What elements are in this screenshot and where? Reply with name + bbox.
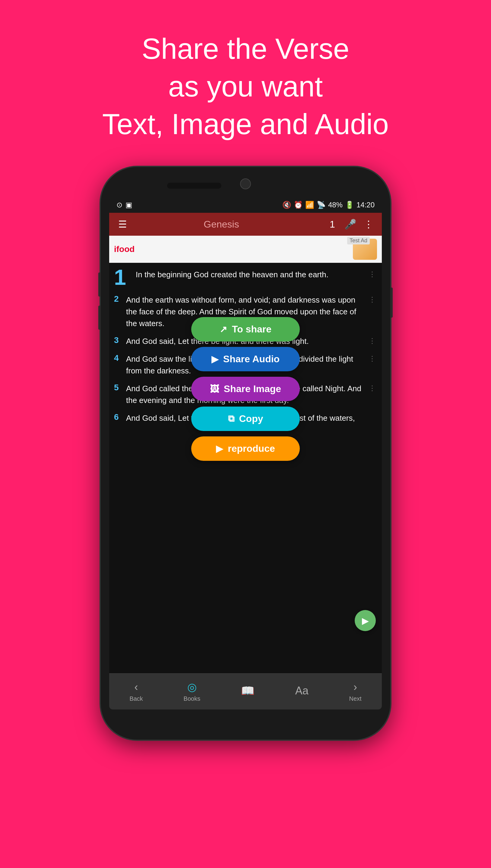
share-audio-label: Share Audio: [223, 353, 280, 365]
status-bar: ⊙ ▣ 🔇 ⏰ 📶 📡 48% 🔋 14:20: [109, 197, 382, 213]
verse-number-1: 1: [114, 267, 132, 288]
share-image-label: Share Image: [224, 383, 281, 395]
hero-line3: Text, Image and Audio: [102, 105, 389, 143]
nav-item-books[interactable]: ◎ Books: [184, 681, 201, 702]
nav-item-bible[interactable]: 📖: [241, 684, 255, 699]
copy-label: Copy: [239, 413, 263, 424]
to-share-icon: ↗: [220, 324, 227, 335]
more-icon[interactable]: ⋮: [363, 218, 375, 230]
status-left: ⊙ ▣: [116, 201, 133, 209]
ifood-logo: ifood: [114, 244, 135, 254]
bible-content: 1 In the beginning God created the heave…: [109, 263, 382, 673]
alarm-icon: ⏰: [294, 201, 303, 209]
verse-number-4: 4: [114, 353, 122, 363]
verse-menu-4[interactable]: ⋮: [367, 353, 377, 364]
verse-text-1: In the beginning God created the heaven …: [136, 269, 364, 281]
bible-icon: 📖: [241, 684, 255, 697]
phone-speaker: [167, 183, 221, 189]
fab-container: ↗ To share ▶ Share Audio 🖼 Share Image ⧉…: [191, 317, 300, 461]
reproduce-label: reproduce: [228, 443, 275, 454]
wifi-icon: 📶: [305, 201, 314, 209]
app-toolbar: ☰ Genesis 1 🎤 ⋮: [109, 213, 382, 236]
to-share-button[interactable]: ↗ To share: [191, 317, 300, 341]
verse-number-5: 5: [114, 383, 122, 393]
ad-banner: ifood Test Ad: [109, 236, 382, 263]
share-audio-button[interactable]: ▶ Share Audio: [191, 347, 300, 371]
chapter-number[interactable]: 1: [326, 219, 338, 230]
play-fab[interactable]: ▶: [355, 610, 376, 631]
next-icon: ›: [353, 681, 357, 693]
books-icon: ◎: [187, 681, 197, 693]
verse-menu-1[interactable]: ⋮: [367, 269, 377, 280]
verse-number-3: 3: [114, 336, 122, 345]
nav-item-next[interactable]: › Next: [349, 681, 361, 702]
verse-number-6: 6: [114, 412, 122, 422]
front-camera: [240, 179, 251, 189]
toolbar-title: Genesis: [122, 219, 320, 230]
hero-line1: Share the Verse: [102, 30, 389, 68]
side-button-vol-up[interactable]: [98, 273, 101, 297]
mic-icon[interactable]: 🎤: [344, 218, 356, 230]
status-icon-1: ⊙: [116, 201, 122, 209]
to-share-label: To share: [232, 324, 271, 335]
verse-menu-3[interactable]: ⋮: [367, 336, 377, 346]
copy-icon: ⧉: [228, 413, 234, 424]
battery-icon: 🔋: [345, 201, 354, 209]
share-audio-icon: ▶: [211, 354, 219, 364]
verse-menu-5[interactable]: ⋮: [367, 383, 377, 394]
books-label: Books: [184, 695, 201, 702]
phone-wrapper: ⊙ ▣ 🔇 ⏰ 📶 📡 48% 🔋 14:20 ☰ Genesis 1 🎤 ⋮ …: [101, 167, 390, 740]
mute-icon: 🔇: [282, 201, 291, 209]
verse-row-1: 1 In the beginning God created the heave…: [114, 269, 377, 288]
copy-button[interactable]: ⧉ Copy: [191, 407, 300, 431]
verse-menu-2[interactable]: ⋮: [367, 294, 377, 305]
phone-screen: ⊙ ▣ 🔇 ⏰ 📶 📡 48% 🔋 14:20 ☰ Genesis 1 🎤 ⋮ …: [109, 197, 382, 710]
status-right: 🔇 ⏰ 📶 📡 48% 🔋 14:20: [282, 201, 375, 209]
bottom-nav: ‹ Back ◎ Books 📖 Aa › Next: [109, 673, 382, 710]
battery-pct: 48%: [328, 201, 343, 209]
side-button-vol-down[interactable]: [98, 306, 101, 330]
share-image-icon: 🖼: [210, 384, 219, 394]
status-icon-2: ▣: [125, 201, 133, 209]
reproduce-button[interactable]: ▶ reproduce: [191, 436, 300, 461]
share-image-button[interactable]: 🖼 Share Image: [191, 377, 300, 401]
clock: 14:20: [356, 201, 375, 209]
back-label: Back: [129, 695, 143, 702]
font-icon: Aa: [295, 684, 309, 697]
verse-number-2: 2: [114, 294, 122, 304]
hero-section: Share the Verse as you want Text, Image …: [102, 30, 389, 143]
ad-label: Test Ad: [347, 237, 370, 244]
play-icon: ▶: [362, 615, 369, 626]
nav-item-back[interactable]: ‹ Back: [129, 681, 143, 702]
next-label: Next: [349, 695, 361, 702]
signal-icon: 📡: [317, 201, 326, 209]
nav-item-font[interactable]: Aa: [295, 684, 309, 699]
side-button-power[interactable]: [390, 287, 393, 318]
reproduce-icon: ▶: [216, 443, 223, 454]
hero-line2: as you want: [102, 68, 389, 105]
back-icon: ‹: [135, 681, 138, 693]
